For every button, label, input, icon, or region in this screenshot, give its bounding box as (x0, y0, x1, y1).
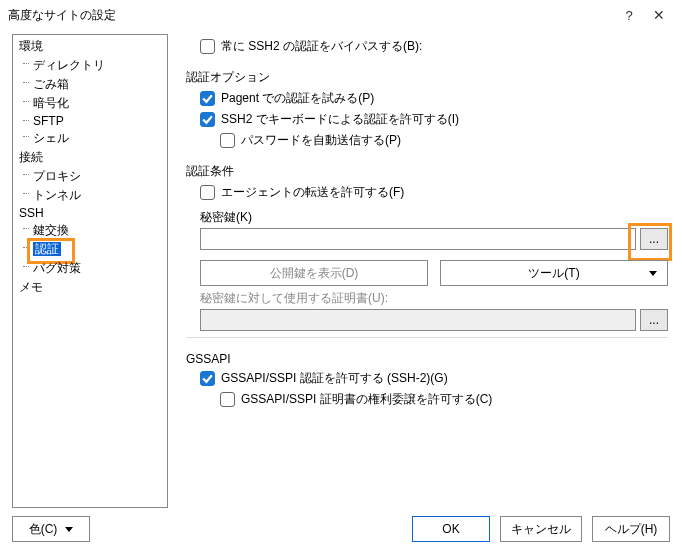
tree-item-auth[interactable]: 認証 (13, 240, 167, 259)
tree-item[interactable]: トンネル (13, 186, 167, 205)
private-key-label: 秘密鍵(K) (200, 209, 668, 226)
gssapi-deleg-checkbox[interactable] (220, 392, 235, 407)
gssapi-auth-checkbox[interactable] (200, 371, 215, 386)
keyboard-label: SSH2 でキーボードによる認証を許可する(I) (221, 111, 459, 128)
auth-options-title: 認証オプション (186, 69, 668, 86)
tree-item[interactable]: ごみ箱 (13, 75, 167, 94)
close-icon[interactable]: ✕ (644, 7, 674, 23)
bypass-label: 常に SSH2 の認証をバイパスする(B): (221, 38, 422, 55)
tree-item[interactable]: 接続 (13, 148, 167, 167)
autopass-checkbox[interactable] (220, 133, 235, 148)
cert-label: 秘密鍵に対して使用する証明書(U): (200, 290, 668, 307)
tree-item[interactable]: 暗号化 (13, 94, 167, 113)
tree-item[interactable]: SFTP (13, 113, 167, 129)
ok-button[interactable]: OK (412, 516, 490, 542)
keyboard-checkbox[interactable] (200, 112, 215, 127)
help-icon[interactable]: ? (614, 8, 644, 23)
help-button[interactable]: ヘルプ(H) (592, 516, 670, 542)
cert-browse-button[interactable]: ... (640, 309, 668, 331)
cert-input (200, 309, 636, 331)
tree-item[interactable]: ディレクトリ (13, 56, 167, 75)
divider (186, 337, 668, 338)
chevron-down-icon (649, 271, 657, 276)
tree-item[interactable]: メモ (13, 278, 167, 297)
cancel-button[interactable]: キャンセル (500, 516, 582, 542)
titlebar-title: 高度なサイトの設定 (8, 7, 614, 24)
tree-item[interactable]: バグ対策 (13, 259, 167, 278)
forward-label: エージェントの転送を許可する(F) (221, 184, 404, 201)
tree-item[interactable]: SSH (13, 205, 167, 221)
bypass-checkbox[interactable] (200, 39, 215, 54)
agent-label: Pagent での認証を試みる(P) (221, 90, 374, 107)
footer: 色(C) OK キャンセル ヘルプ(H) (0, 508, 682, 550)
gssapi-auth-label: GSSAPI/SSPI 認証を許可する (SSH-2)(G) (221, 370, 448, 387)
tree-item[interactable]: シェル (13, 129, 167, 148)
agent-checkbox[interactable] (200, 91, 215, 106)
private-key-input[interactable] (200, 228, 636, 250)
autopass-label: パスワードを自動送信する(P) (241, 132, 401, 149)
browse-button[interactable]: ... (640, 228, 668, 250)
tree-item[interactable]: プロキシ (13, 167, 167, 186)
forward-checkbox[interactable] (200, 185, 215, 200)
gssapi-title: GSSAPI (186, 352, 668, 366)
tree-item[interactable]: 鍵交換 (13, 221, 167, 240)
titlebar: 高度なサイトの設定 ? ✕ (0, 0, 682, 30)
tools-button[interactable]: ツール(T) (440, 260, 668, 286)
main-panel: 常に SSH2 の認証をバイパスする(B): 認証オプション Pagent での… (186, 34, 670, 508)
color-button[interactable]: 色(C) (12, 516, 90, 542)
show-pubkey-button[interactable]: 公開鍵を表示(D) (200, 260, 428, 286)
chevron-down-icon (65, 527, 73, 532)
nav-tree: 環境 ディレクトリ ごみ箱 暗号化 SFTP シェル 接続 プロキシ トンネル … (12, 34, 168, 508)
tree-item[interactable]: 環境 (13, 37, 167, 56)
gssapi-deleg-label: GSSAPI/SSPI 証明書の権利委譲を許可する(C) (241, 391, 492, 408)
auth-cond-title: 認証条件 (186, 163, 668, 180)
